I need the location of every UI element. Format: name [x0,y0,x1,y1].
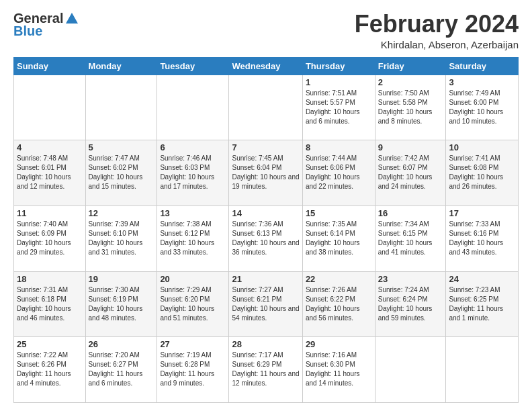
calendar-cell: 26Sunrise: 7:20 AM Sunset: 6:27 PM Dayli… [85,337,157,403]
calendar-cell: 15Sunrise: 7:35 AM Sunset: 6:14 PM Dayli… [302,205,375,271]
calendar-cell: 25Sunrise: 7:22 AM Sunset: 6:26 PM Dayli… [14,337,86,403]
calendar-cell: 27Sunrise: 7:19 AM Sunset: 6:28 PM Dayli… [157,337,229,403]
calendar-cell: 21Sunrise: 7:27 AM Sunset: 6:21 PM Dayli… [229,271,302,337]
calendar-cell: 4Sunrise: 7:48 AM Sunset: 6:01 PM Daylig… [14,140,86,206]
day-info: Sunrise: 7:35 AM Sunset: 6:14 PM Dayligh… [306,220,372,257]
day-number: 6 [160,142,226,152]
day-info: Sunrise: 7:48 AM Sunset: 6:01 PM Dayligh… [17,154,83,191]
day-number: 7 [232,142,299,152]
title-block: February 2024 Khirdalan, Abseron, Azerba… [355,11,519,50]
logo: General Blue [13,11,79,39]
col-saturday: Saturday [446,57,519,75]
day-info: Sunrise: 7:47 AM Sunset: 6:02 PM Dayligh… [89,154,154,191]
calendar-cell: 22Sunrise: 7:26 AM Sunset: 6:22 PM Dayli… [302,271,375,337]
calendar-cell: 10Sunrise: 7:41 AM Sunset: 6:08 PM Dayli… [446,140,519,206]
day-info: Sunrise: 7:30 AM Sunset: 6:19 PM Dayligh… [89,285,154,323]
day-number: 10 [449,142,515,152]
day-info: Sunrise: 7:33 AM Sunset: 6:16 PM Dayligh… [449,220,515,257]
day-number: 1 [306,77,372,87]
col-friday: Friday [375,57,446,75]
calendar-cell [375,337,446,403]
calendar-cell [85,75,157,140]
day-number: 13 [160,208,226,218]
calendar-week-row: 1Sunrise: 7:51 AM Sunset: 5:57 PM Daylig… [14,75,519,140]
calendar-cell: 9Sunrise: 7:42 AM Sunset: 6:07 PM Daylig… [375,140,446,206]
day-info: Sunrise: 7:23 AM Sunset: 6:25 PM Dayligh… [449,285,515,323]
calendar-cell: 5Sunrise: 7:47 AM Sunset: 6:02 PM Daylig… [85,140,157,206]
day-number: 8 [306,142,372,152]
calendar-week-row: 4Sunrise: 7:48 AM Sunset: 6:01 PM Daylig… [14,140,519,206]
day-number: 16 [378,208,443,218]
day-info: Sunrise: 7:46 AM Sunset: 6:03 PM Dayligh… [160,154,226,191]
day-number: 21 [232,274,299,284]
col-monday: Monday [85,57,157,75]
calendar-cell: 7Sunrise: 7:45 AM Sunset: 6:04 PM Daylig… [229,140,302,206]
calendar-cell [157,75,229,140]
day-info: Sunrise: 7:22 AM Sunset: 6:26 PM Dayligh… [17,351,83,388]
day-number: 12 [89,208,154,218]
day-number: 29 [306,339,372,349]
svg-marker-0 [66,13,78,24]
day-info: Sunrise: 7:41 AM Sunset: 6:08 PM Dayligh… [449,154,515,191]
calendar-cell: 19Sunrise: 7:30 AM Sunset: 6:19 PM Dayli… [85,271,157,337]
day-number: 9 [378,142,443,152]
day-number: 22 [306,274,372,284]
calendar-cell: 1Sunrise: 7:51 AM Sunset: 5:57 PM Daylig… [302,75,375,140]
calendar-location: Khirdalan, Abseron, Azerbaijan [355,39,519,50]
logo-flag-icon [64,11,79,26]
col-sunday: Sunday [14,57,86,75]
calendar-week-row: 25Sunrise: 7:22 AM Sunset: 6:26 PM Dayli… [14,337,519,403]
col-tuesday: Tuesday [157,57,229,75]
day-info: Sunrise: 7:17 AM Sunset: 6:29 PM Dayligh… [232,351,299,388]
day-info: Sunrise: 7:49 AM Sunset: 6:00 PM Dayligh… [449,89,515,126]
logo-blue-text: Blue [13,24,42,39]
calendar-cell: 6Sunrise: 7:46 AM Sunset: 6:03 PM Daylig… [157,140,229,206]
day-info: Sunrise: 7:31 AM Sunset: 6:18 PM Dayligh… [17,285,83,323]
calendar-cell: 12Sunrise: 7:39 AM Sunset: 6:10 PM Dayli… [85,205,157,271]
day-number: 19 [89,274,154,284]
day-number: 25 [17,339,83,349]
day-info: Sunrise: 7:29 AM Sunset: 6:20 PM Dayligh… [160,285,226,323]
calendar-cell: 13Sunrise: 7:38 AM Sunset: 6:12 PM Dayli… [157,205,229,271]
calendar-cell: 14Sunrise: 7:36 AM Sunset: 6:13 PM Dayli… [229,205,302,271]
day-info: Sunrise: 7:42 AM Sunset: 6:07 PM Dayligh… [378,154,443,191]
calendar-cell: 3Sunrise: 7:49 AM Sunset: 6:00 PM Daylig… [446,75,519,140]
calendar-cell [229,75,302,140]
day-number: 15 [306,208,372,218]
day-info: Sunrise: 7:45 AM Sunset: 6:04 PM Dayligh… [232,154,299,191]
calendar-week-row: 18Sunrise: 7:31 AM Sunset: 6:18 PM Dayli… [14,271,519,337]
day-number: 28 [232,339,299,349]
day-number: 4 [17,142,83,152]
day-number: 27 [160,339,226,349]
day-number: 17 [449,208,515,218]
calendar-cell: 20Sunrise: 7:29 AM Sunset: 6:20 PM Dayli… [157,271,229,337]
day-info: Sunrise: 7:34 AM Sunset: 6:15 PM Dayligh… [378,220,443,257]
calendar-cell: 8Sunrise: 7:44 AM Sunset: 6:06 PM Daylig… [302,140,375,206]
day-info: Sunrise: 7:27 AM Sunset: 6:21 PM Dayligh… [232,285,299,323]
day-info: Sunrise: 7:19 AM Sunset: 6:28 PM Dayligh… [160,351,226,388]
day-number: 20 [160,274,226,284]
day-info: Sunrise: 7:50 AM Sunset: 5:58 PM Dayligh… [378,89,443,126]
day-info: Sunrise: 7:36 AM Sunset: 6:13 PM Dayligh… [232,220,299,257]
calendar-week-row: 11Sunrise: 7:40 AM Sunset: 6:09 PM Dayli… [14,205,519,271]
calendar-cell: 29Sunrise: 7:16 AM Sunset: 6:30 PM Dayli… [302,337,375,403]
day-number: 2 [378,77,443,87]
day-info: Sunrise: 7:24 AM Sunset: 6:24 PM Dayligh… [378,285,443,323]
calendar-cell [14,75,86,140]
calendar-header-row: Sunday Monday Tuesday Wednesday Thursday… [14,57,519,75]
calendar-cell: 17Sunrise: 7:33 AM Sunset: 6:16 PM Dayli… [446,205,519,271]
header: General Blue February 2024 Khirdalan, Ab… [13,11,519,50]
col-wednesday: Wednesday [229,57,302,75]
calendar-cell: 28Sunrise: 7:17 AM Sunset: 6:29 PM Dayli… [229,337,302,403]
calendar-cell: 24Sunrise: 7:23 AM Sunset: 6:25 PM Dayli… [446,271,519,337]
calendar-title: February 2024 [355,11,519,38]
day-number: 11 [17,208,83,218]
page: General Blue February 2024 Khirdalan, Ab… [0,0,532,411]
col-thursday: Thursday [302,57,375,75]
calendar-cell: 16Sunrise: 7:34 AM Sunset: 6:15 PM Dayli… [375,205,446,271]
calendar-cell: 18Sunrise: 7:31 AM Sunset: 6:18 PM Dayli… [14,271,86,337]
day-number: 18 [17,274,83,284]
day-info: Sunrise: 7:16 AM Sunset: 6:30 PM Dayligh… [306,351,372,388]
day-number: 5 [89,142,154,152]
calendar-cell: 23Sunrise: 7:24 AM Sunset: 6:24 PM Dayli… [375,271,446,337]
